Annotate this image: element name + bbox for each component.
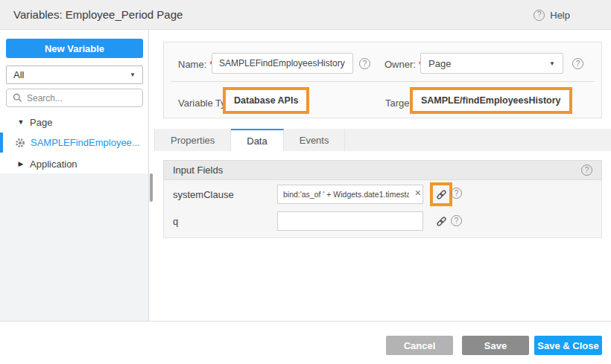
tab-events[interactable]: Events	[284, 129, 346, 151]
variables-sidebar: New Variable All ▼ ▼ Page SAMPLEFindEmpl…	[0, 30, 149, 321]
input-fields-panel: Input Fields ? systemClause ×	[163, 160, 602, 238]
help-label: Help	[550, 10, 570, 21]
search-icon	[13, 93, 22, 103]
tree-group-label: Page	[30, 117, 52, 128]
dialog-footer: Cancel Save Save & Close	[0, 321, 611, 364]
tree-item-label: SAMPLEFindEmployee...	[31, 137, 140, 148]
sidebar-empty-area	[0, 173, 148, 321]
owner-select[interactable]: Page ▼	[420, 53, 563, 74]
scrollbar[interactable]	[150, 30, 154, 321]
q-input[interactable]	[277, 211, 423, 231]
tab-properties[interactable]: Properties	[154, 129, 231, 151]
link-icon	[435, 188, 448, 201]
variables-dialog: Variables: Employee_Period Page ? Help N…	[0, 0, 611, 364]
input-fields-body: systemClause × ? q	[163, 180, 602, 238]
tree-item-selected-variable[interactable]: SAMPLEFindEmployee...	[0, 132, 148, 153]
cancel-button[interactable]: Cancel	[386, 336, 453, 355]
tree-group-label: Application	[30, 159, 77, 170]
name-help-icon[interactable]: ?	[359, 58, 370, 69]
filter-selected-value: All	[13, 69, 24, 80]
page-title: Variables: Employee_Period Page	[13, 8, 183, 21]
triangle-right-icon: ▶	[16, 160, 25, 167]
form-divider	[171, 81, 595, 82]
triangle-down-icon: ▼	[16, 118, 25, 126]
field-label-systemclause: systemClause	[173, 189, 234, 200]
field-label-q: q	[173, 216, 178, 227]
tree-group-page[interactable]: ▼ Page	[0, 113, 148, 131]
save-and-close-button[interactable]: Save & Close	[534, 336, 602, 355]
link-icon	[435, 215, 448, 228]
owner-selected-value: Page	[428, 58, 451, 69]
q-help-icon[interactable]: ?	[451, 215, 462, 226]
bind-link-button[interactable]	[432, 211, 450, 231]
tab-data[interactable]: Data	[231, 129, 283, 151]
new-variable-button[interactable]: New Variable	[6, 39, 143, 58]
bind-link-button-highlighted[interactable]	[430, 182, 452, 206]
input-fields-header: Input Fields ?	[163, 160, 602, 180]
systemclause-input[interactable]	[277, 185, 423, 204]
scrollbar-thumb[interactable]	[150, 173, 153, 202]
detail-tabs: Properties Data Events	[154, 129, 611, 151]
search-box[interactable]	[6, 89, 143, 107]
owner-label: Owner: *	[384, 59, 422, 70]
input-fields-title: Input Fields	[173, 165, 223, 176]
target-value-highlighted: SAMPLE/findEmployeesHistory	[410, 87, 572, 114]
owner-help-icon[interactable]: ?	[572, 58, 583, 69]
systemclause-help-icon[interactable]: ?	[451, 188, 462, 199]
variable-filter-select[interactable]: All ▼	[6, 66, 143, 84]
chevron-down-icon: ▼	[130, 71, 136, 78]
tree-group-application[interactable]: ▶ Application	[0, 155, 148, 173]
name-label: Name: *	[178, 59, 213, 70]
variable-type-value-highlighted: Database APIs	[223, 87, 309, 114]
dialog-header: Variables: Employee_Period Page ? Help	[0, 0, 611, 30]
save-button[interactable]: Save	[462, 336, 529, 355]
name-input[interactable]	[212, 53, 353, 74]
input-fields-help-icon[interactable]: ?	[581, 165, 592, 176]
chevron-down-icon: ▼	[549, 60, 555, 67]
search-input[interactable]	[27, 93, 131, 103]
clear-binding-icon[interactable]: ×	[415, 188, 421, 198]
service-variable-icon	[15, 138, 25, 148]
help-icon: ?	[534, 10, 545, 21]
help-button[interactable]: ? Help	[534, 0, 570, 30]
variable-summary-form: Name: * ? Owner: * Page ▼ ? Variable Typ…	[163, 42, 602, 118]
